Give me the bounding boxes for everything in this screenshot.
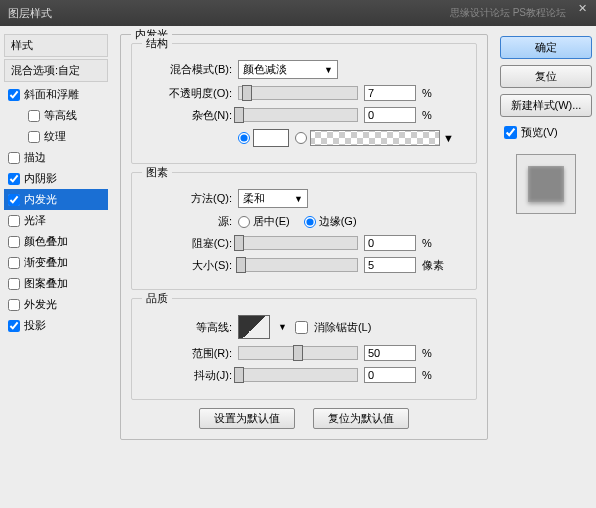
reset-default-button[interactable]: 复位为默认值 xyxy=(313,408,409,429)
style-item[interactable]: 渐变叠加 xyxy=(4,252,108,273)
range-label: 范围(R): xyxy=(142,346,232,361)
close-icon[interactable]: ✕ xyxy=(572,2,592,18)
radio-center[interactable] xyxy=(238,216,250,228)
style-label: 光泽 xyxy=(24,213,46,228)
style-checkbox[interactable] xyxy=(8,257,20,269)
style-label: 外发光 xyxy=(24,297,57,312)
style-item[interactable]: 描边 xyxy=(4,147,108,168)
cancel-button[interactable]: 复位 xyxy=(500,65,592,88)
ok-button[interactable]: 确定 xyxy=(500,36,592,59)
watermark: 思缘设计论坛 PS教程论坛 xyxy=(450,6,566,20)
radio-gradient[interactable] xyxy=(295,132,307,144)
opacity-value[interactable]: 7 xyxy=(364,85,416,101)
style-item[interactable]: 图案叠加 xyxy=(4,273,108,294)
technique-value: 柔和 xyxy=(243,191,265,206)
style-checkbox[interactable] xyxy=(8,299,20,311)
range-slider[interactable] xyxy=(238,346,358,360)
choke-label: 阻塞(C): xyxy=(142,236,232,251)
color-source-gradient[interactable]: ▼ xyxy=(295,130,454,146)
make-default-button[interactable]: 设置为默认值 xyxy=(199,408,295,429)
chevron-down-icon[interactable]: ▼ xyxy=(443,132,454,144)
style-checkbox[interactable] xyxy=(28,131,40,143)
jitter-pct: % xyxy=(422,369,452,381)
style-checkbox[interactable] xyxy=(28,110,40,122)
choke-pct: % xyxy=(422,237,452,249)
style-checkbox[interactable] xyxy=(8,278,20,290)
style-label: 内阴影 xyxy=(24,171,57,186)
color-source-solid[interactable] xyxy=(238,129,289,147)
sidebar-header: 样式 xyxy=(4,34,108,57)
style-checkbox[interactable] xyxy=(8,215,20,227)
style-checkbox[interactable] xyxy=(8,89,20,101)
main-panel: 内发光 结构 混合模式(B): 颜色减淡 ▼ 不透明度(O): 7 % xyxy=(112,30,496,504)
jitter-label: 抖动(J): xyxy=(142,368,232,383)
style-item[interactable]: 纹理 xyxy=(4,126,108,147)
opacity-pct: % xyxy=(422,87,452,99)
style-checkbox[interactable] xyxy=(8,320,20,332)
preview-label: 预览(V) xyxy=(521,125,558,140)
contour-picker[interactable] xyxy=(238,315,270,339)
radio-edge[interactable] xyxy=(304,216,316,228)
style-item[interactable]: 颜色叠加 xyxy=(4,231,108,252)
sidebar: 样式 混合选项:自定 斜面和浮雕等高线纹理描边内阴影内发光光泽颜色叠加渐变叠加图… xyxy=(4,30,108,504)
style-item[interactable]: 投影 xyxy=(4,315,108,336)
opacity-label: 不透明度(O): xyxy=(142,86,232,101)
noise-label: 杂色(N): xyxy=(142,108,232,123)
noise-slider[interactable] xyxy=(238,108,358,122)
sidebar-sub[interactable]: 混合选项:自定 xyxy=(4,59,108,82)
style-checkbox[interactable] xyxy=(8,173,20,185)
style-label: 纹理 xyxy=(44,129,66,144)
preview-swatch xyxy=(528,166,564,202)
style-checkbox[interactable] xyxy=(8,236,20,248)
style-item[interactable]: 外发光 xyxy=(4,294,108,315)
size-value[interactable]: 5 xyxy=(364,257,416,273)
color-swatch[interactable] xyxy=(253,129,289,147)
jitter-value[interactable]: 0 xyxy=(364,367,416,383)
quality-group: 品质 等高线: ▼ 消除锯齿(L) 范围(R): 50 % 抖动(J): xyxy=(131,298,477,400)
opacity-slider[interactable] xyxy=(238,86,358,100)
choke-value[interactable]: 0 xyxy=(364,235,416,251)
style-label: 投影 xyxy=(24,318,46,333)
preview-checkbox[interactable] xyxy=(504,126,517,139)
noise-pct: % xyxy=(422,109,452,121)
chevron-down-icon: ▼ xyxy=(324,65,333,75)
style-item[interactable]: 斜面和浮雕 xyxy=(4,84,108,105)
style-label: 斜面和浮雕 xyxy=(24,87,79,102)
technique-dropdown[interactable]: 柔和 ▼ xyxy=(238,189,308,208)
chevron-down-icon[interactable]: ▼ xyxy=(276,322,289,332)
choke-slider[interactable] xyxy=(238,236,358,250)
source-edge[interactable]: 边缘(G) xyxy=(304,214,357,229)
size-slider[interactable] xyxy=(238,258,358,272)
gradient-preview[interactable] xyxy=(310,130,440,146)
style-checkbox[interactable] xyxy=(8,194,20,206)
noise-value[interactable]: 0 xyxy=(364,107,416,123)
style-label: 颜色叠加 xyxy=(24,234,68,249)
style-label: 描边 xyxy=(24,150,46,165)
style-item[interactable]: 内发光 xyxy=(4,189,108,210)
blend-label: 混合模式(B): xyxy=(142,62,232,77)
range-value[interactable]: 50 xyxy=(364,345,416,361)
structure-title: 结构 xyxy=(142,36,172,51)
size-label: 大小(S): xyxy=(142,258,232,273)
preview-box xyxy=(516,154,576,214)
elements-title: 图素 xyxy=(142,165,172,180)
contour-label: 等高线: xyxy=(142,320,232,335)
range-pct: % xyxy=(422,347,452,359)
chevron-down-icon: ▼ xyxy=(294,194,303,204)
radio-solid[interactable] xyxy=(238,132,250,144)
new-style-button[interactable]: 新建样式(W)... xyxy=(500,94,592,117)
style-item[interactable]: 内阴影 xyxy=(4,168,108,189)
style-item[interactable]: 光泽 xyxy=(4,210,108,231)
preview-check[interactable]: 预览(V) xyxy=(500,123,592,142)
antialias-checkbox[interactable] xyxy=(295,321,308,334)
blend-mode-value: 颜色减淡 xyxy=(243,62,287,77)
style-label: 图案叠加 xyxy=(24,276,68,291)
antialias-label: 消除锯齿(L) xyxy=(314,320,371,335)
source-center[interactable]: 居中(E) xyxy=(238,214,290,229)
jitter-slider[interactable] xyxy=(238,368,358,382)
style-label: 渐变叠加 xyxy=(24,255,68,270)
style-checkbox[interactable] xyxy=(8,152,20,164)
inner-glow-group: 内发光 结构 混合模式(B): 颜色减淡 ▼ 不透明度(O): 7 % xyxy=(120,34,488,440)
blend-mode-dropdown[interactable]: 颜色减淡 ▼ xyxy=(238,60,338,79)
style-item[interactable]: 等高线 xyxy=(4,105,108,126)
